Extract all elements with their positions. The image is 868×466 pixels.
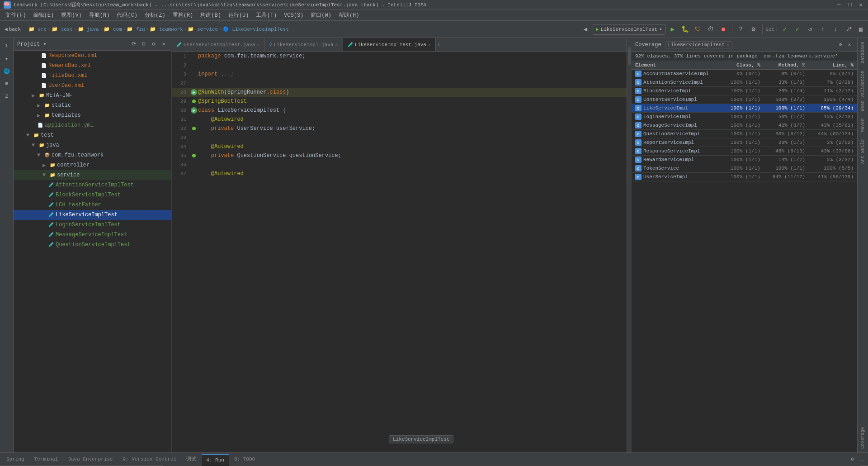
tab-debug[interactable]: 调试: [182, 453, 201, 465]
tree-item-templates[interactable]: ▶ 📁 templates: [14, 110, 171, 120]
stop-button[interactable]: ■: [718, 24, 729, 35]
menu-item-r[interactable]: 重构(R): [169, 10, 197, 20]
breadcrumb-java[interactable]: 📁 java: [78, 26, 99, 32]
menu-item-vcss[interactable]: VCS(S): [280, 11, 307, 19]
coverage-tab-close[interactable]: ✕: [726, 42, 729, 48]
cov-row-responseserviceimpl[interactable]: CResponseServiceImpl100% (1/1)46% (6/13)…: [632, 147, 857, 156]
cov-row-messageserviceimpl[interactable]: CMessageServiceImpl100% (1/1)42% (3/7)43…: [632, 121, 857, 130]
tree-item-metainf[interactable]: ▶ 📁 META-INF: [14, 90, 171, 100]
breadcrumb-test[interactable]: 📁 test: [52, 26, 73, 32]
tab-run[interactable]: 4: Run: [202, 454, 229, 466]
cov-row-rewardserviceimpl[interactable]: CRewardServiceImpl100% (1/1)14% (1/7)5% …: [632, 156, 857, 164]
tree-item-service[interactable]: ▼ 📁 service: [14, 170, 171, 180]
menu-item-h[interactable]: 帮助(H): [335, 10, 363, 20]
tree-item-titleDao[interactable]: 📄 TitleDao.xml: [14, 71, 171, 81]
sidebar-zstructure-icon[interactable]: Z: [1, 90, 13, 102]
tab-close-likeimpltest[interactable]: ✕: [428, 42, 431, 48]
coverage-button[interactable]: 🛡: [693, 24, 703, 35]
tree-item-userDao[interactable]: 📄 UserDao.xml: [14, 81, 171, 90]
tab-terminal[interactable]: Terminal: [30, 453, 63, 465]
back-nav-icon[interactable]: ◀: [580, 24, 591, 35]
tab-spring[interactable]: Spring: [2, 453, 29, 465]
menu-item-f[interactable]: 文件(F): [2, 10, 30, 20]
tree-item-lch[interactable]: 🧪 LCH_testFather: [14, 200, 171, 210]
sidebar-structure-icon[interactable]: 1: [1, 40, 13, 52]
menu-item-z[interactable]: 分析(Z): [141, 10, 169, 20]
menu-item-c[interactable]: 代码(C): [113, 10, 141, 20]
breadcrumb-file[interactable]: 🔵 LikeServiceImplTest: [223, 26, 289, 32]
editor-scrollbar[interactable]: [627, 38, 631, 452]
bean-validation-panel-label[interactable]: Bean Validation: [859, 67, 867, 115]
breadcrumb-fzu[interactable]: 📁 fzu: [127, 26, 145, 32]
cov-row-likeserviceimpl[interactable]: CLikeServiceImpl100% (1/1)100% (1/1)85% …: [632, 104, 857, 113]
tree-item-login[interactable]: 🧪 LoginServiceImplTest: [14, 220, 171, 230]
close-button[interactable]: ✕: [857, 1, 864, 9]
profile-button[interactable]: ⏱: [705, 24, 716, 35]
bottom-minimize-icon[interactable]: _: [858, 455, 866, 463]
coverage-gutter-30[interactable]: ▶: [191, 107, 197, 114]
project-sync-icon[interactable]: ⟳: [130, 40, 138, 48]
database-panel-label[interactable]: Database: [859, 38, 867, 67]
settings-icon[interactable]: ⚙: [748, 24, 759, 35]
coverage-side-label[interactable]: Coverage: [859, 423, 867, 452]
tab-split-btn[interactable]: ⫶: [438, 38, 440, 51]
git-history-icon[interactable]: ↺: [805, 24, 816, 35]
cov-row-contentserviceimpl[interactable]: CContentServiceImpl100% (1/1)100% (2/2)1…: [632, 95, 857, 104]
help-icon[interactable]: ?: [736, 24, 746, 35]
menu-item-v[interactable]: 视图(V): [57, 10, 85, 20]
project-close-icon[interactable]: ✕: [160, 40, 168, 48]
tree-item-test[interactable]: ▼ 📁 test: [14, 130, 171, 140]
sidebar-structure-btn[interactable]: ≡: [1, 78, 13, 90]
run-gutter-icon[interactable]: ▶: [191, 89, 197, 95]
tree-item-package[interactable]: ▼ 📦 com.fzu.teamwork: [14, 150, 171, 160]
coverage-tab[interactable]: LikeServiceImplTest ✕: [665, 41, 732, 48]
tab-version-control[interactable]: 9: Version Control: [118, 453, 181, 465]
run-button[interactable]: ▶: [667, 24, 678, 35]
tree-item-like[interactable]: 🧪 LikeServiceImplTest: [14, 210, 171, 220]
project-collapse-icon[interactable]: ⊟: [140, 40, 148, 48]
coverage-settings-icon[interactable]: ⚙: [836, 41, 844, 49]
tree-item-appyml[interactable]: 📄 application.yml: [14, 120, 171, 130]
bottom-settings-icon[interactable]: ⚙: [848, 455, 856, 463]
cov-row-accountdataserviceimpl[interactable]: CAccountDataServiceImpl0% (0/1)0% (0/1)0…: [632, 70, 857, 78]
cov-row-reportserviceimpl[interactable]: CReportServiceImpl100% (1/1)20% (1/5)3% …: [632, 138, 857, 147]
breadcrumb-service[interactable]: 📁 service: [188, 26, 218, 32]
tree-item-attention[interactable]: 🧪 AttentionServiceImplTest: [14, 180, 171, 190]
minimize-button[interactable]: ─: [835, 1, 843, 9]
tab-java-enterprise[interactable]: Java Enterprise: [63, 453, 117, 465]
git-pull-icon[interactable]: ↓: [830, 24, 841, 35]
tab-close-likeimpl[interactable]: ✕: [335, 42, 338, 48]
tab-userservice[interactable]: 🧪 UserServiceImplTest.java ✕: [172, 38, 264, 51]
tree-item-question[interactable]: 🧪 QuestionServiceImplTest: [14, 240, 171, 250]
sidebar-favorites-icon[interactable]: ★: [1, 52, 13, 64]
menu-item-n[interactable]: 导航(N): [85, 10, 113, 20]
cov-row-tokenservice[interactable]: CTokenService100% (1/1)100% (1/1)100% (5…: [632, 164, 857, 173]
breadcrumb-src[interactable]: 📁 src: [28, 26, 47, 32]
maximize-button[interactable]: □: [846, 1, 854, 9]
menu-item-b[interactable]: 构建(B): [197, 10, 225, 20]
project-settings-icon[interactable]: ⚙: [150, 40, 158, 48]
cov-row-userserviceimpl[interactable]: CUserServiceImpl100% (1/1)64% (11/17)41%…: [632, 173, 857, 181]
sidebar-web-icon[interactable]: 🌐: [1, 65, 13, 77]
breadcrumb-com[interactable]: 📁 com: [104, 26, 122, 32]
cov-row-loginserviceimpl[interactable]: CLoginServiceImpl100% (1/1)50% (1/2)15% …: [632, 113, 857, 121]
tab-likeimpl[interactable]: J LikeServiceImpl.java ✕: [264, 38, 343, 51]
menu-item-t[interactable]: 工具(T): [252, 10, 280, 20]
menu-item-e[interactable]: 编辑(E): [30, 10, 58, 20]
git-push-icon[interactable]: ↑: [817, 24, 828, 35]
breadcrumb-teamwork[interactable]: 📁 teamwork: [150, 26, 183, 32]
tree-item-responseDao[interactable]: 📄 ResponseDao.xml: [14, 51, 171, 61]
layout-icon[interactable]: ▦: [855, 24, 866, 35]
tree-item-message[interactable]: 🧪 MessageServiceImplTest: [14, 230, 171, 240]
tree-item-java[interactable]: ▼ 📁 java: [14, 140, 171, 150]
tab-close-userservice[interactable]: ✕: [257, 42, 259, 48]
menu-item-w[interactable]: 窗口(W): [307, 10, 335, 20]
cov-row-questionserviceimpl[interactable]: CQuestionServiceImpl100% (1/1)50% (6/12)…: [632, 130, 857, 138]
editor-content[interactable]: 1 package com.fzu.teamwork.service; 2 3 …: [172, 52, 627, 452]
back-button[interactable]: ◀ back: [2, 23, 24, 36]
tab-todo[interactable]: 6: TODO: [230, 453, 259, 465]
git-check2-icon[interactable]: ✓: [792, 24, 803, 35]
coverage-close-icon[interactable]: ✕: [845, 41, 854, 49]
tree-item-rewardDao[interactable]: 📄 RewardDao.xml: [14, 61, 171, 71]
cov-row-blockserviceimpl[interactable]: CBlockServiceImpl100% (1/1)25% (1/4)11% …: [632, 87, 857, 95]
